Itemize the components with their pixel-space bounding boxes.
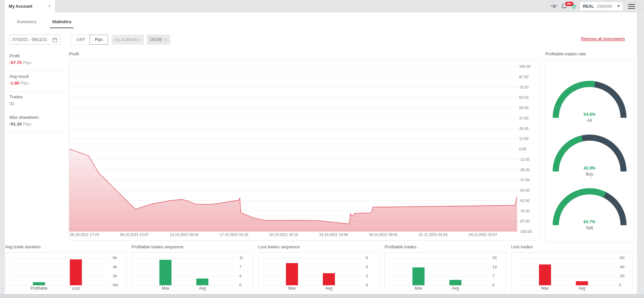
mini-gridline — [515, 276, 616, 277]
calendar-icon — [52, 37, 57, 42]
y-axis-tick: -62.50 — [519, 199, 537, 203]
stat-profit: Profit -57.70 Pips — [9, 53, 65, 65]
mini-y-tick: -20 — [619, 274, 632, 278]
mini-gridline — [262, 285, 363, 286]
mini-y-tick: 6h — [113, 256, 126, 260]
mini-gridline — [135, 258, 237, 258]
x-axis-label: 24.10.2021 14:58 — [315, 233, 352, 237]
mini-gridline — [9, 267, 110, 267]
account-tab-title: My Account — [9, 4, 48, 9]
x-axis-label: 28.10.2021 09:41 — [365, 233, 402, 237]
mini-chart-title: Profitable trades sequence — [132, 244, 253, 252]
date-range-input[interactable]: 07/10/21 - 08/11/21 — [9, 35, 60, 45]
account-type-label: REAL — [583, 4, 594, 9]
mini-category-label: Max — [527, 286, 563, 291]
chevron-down-icon — [617, 5, 620, 7]
remove-all-instruments-link[interactable]: Remove all instruments — [581, 37, 625, 41]
profitable-trades-rate-card: 54.8% All 42.9% Buy 64.7% Sell — [545, 60, 634, 242]
connection-wifi-icon — [569, 2, 578, 11]
stat-avg-result: Avg result -1.86 Pips — [9, 74, 65, 86]
stat-value: -91.30 — [9, 121, 22, 127]
mini-y-tick: 5 — [366, 256, 379, 260]
mini-bar-max — [286, 263, 298, 285]
mini-chart-title: Lost trades — [511, 244, 633, 252]
date-range-value: 07/10/21 - 08/11/21 — [12, 37, 50, 42]
chip-label: UK100 — [150, 37, 162, 42]
stat-unit: Pips — [19, 81, 29, 86]
mini-gridline — [388, 276, 490, 277]
x-axis-label: 13.10.2021 06:50 — [166, 233, 203, 237]
mini-y-tick: -60 — [619, 256, 632, 260]
mini-y-tick: 11 — [239, 256, 253, 260]
sub-tabs: Summary Statistics — [15, 17, 73, 28]
stat-value: -1.86 — [9, 81, 19, 86]
mini-y-tick: 0 — [492, 283, 506, 287]
mini-y-tick: 3 — [366, 265, 379, 269]
y-axis-tick: -50.00 — [519, 188, 537, 192]
currency-toggle-button[interactable]: GBP — [71, 35, 90, 45]
mini-y-tick: 0 — [619, 283, 632, 287]
gauge-value: 42.9% — [545, 166, 634, 170]
x-axis-label: 01.11.2021 03:24 — [415, 233, 452, 237]
mini-y-tick: 0 — [366, 283, 379, 287]
menu-hamburger-icon[interactable] — [628, 4, 635, 10]
y-axis-tick: 62.50 — [519, 95, 537, 99]
y-axis-tick: -12.50 — [519, 157, 537, 161]
y-axis-tick: -87.50 — [519, 219, 537, 223]
y-axis-tick: -75.00 — [519, 209, 537, 213]
mini-chart-title: Lost trades sequence — [258, 244, 380, 252]
stat-value: 31 — [9, 101, 14, 106]
tab-statistics[interactable]: Statistics — [50, 17, 73, 28]
stat-value: -57.70 — [9, 60, 22, 65]
stat-unit: Pips — [22, 121, 32, 127]
mini-gridline — [9, 285, 110, 286]
close-icon[interactable]: ✕ — [48, 4, 51, 8]
search-placeholder: e.g. EURUSD — [114, 38, 138, 42]
mini-y-tick: 4 — [239, 274, 253, 278]
mini-gridline — [135, 267, 237, 267]
x-axis-label: 09.10.2021 12:07 — [116, 233, 153, 237]
account-selector[interactable]: REAL 1988590 — [580, 2, 623, 11]
x-axis-label: 20.10.2021 20:15 — [265, 233, 302, 237]
gauge-label: Buy — [545, 172, 634, 177]
chip-close-icon[interactable]: ✕ — [164, 38, 167, 42]
instrument-search-input[interactable]: e.g. EURUSD — [112, 35, 144, 45]
y-axis-tick: 12.50 — [519, 137, 537, 141]
quotes-dollar-icon[interactable]: $ — [550, 2, 558, 11]
y-axis-tick: -25.00 — [519, 168, 537, 172]
mini-y-tick: 0m — [113, 283, 126, 287]
mini-gridline — [515, 267, 616, 267]
instrument-chip-uk100[interactable]: UK100 ✕ — [147, 35, 170, 45]
divider — [5, 132, 64, 133]
mini-category-label: Lost — [57, 286, 94, 291]
mini-y-tick: 13 — [492, 265, 506, 269]
mini-chart-canvas: -60-40-200MaxAvg — [511, 252, 633, 291]
mini-chart-lost-trades: Lost trades -60-40-200MaxAvg — [511, 244, 633, 291]
mini-bar-avg — [323, 273, 335, 285]
mini-gridline — [135, 285, 237, 286]
x-axis-label: 05.10.2021 17:24 — [66, 233, 103, 237]
mini-category-label: Max — [400, 286, 437, 291]
pips-toggle-button[interactable]: Pips — [90, 35, 108, 45]
tab-summary[interactable]: Summary — [15, 17, 39, 28]
divider — [5, 112, 64, 112]
y-axis-tick: 50.00 — [519, 106, 537, 110]
divider — [5, 71, 64, 71]
mini-gridline — [9, 276, 110, 277]
mini-bar-lost — [70, 259, 82, 285]
mini-chart-title: Profitable trades — [385, 244, 506, 252]
account-tab[interactable]: My Account ✕ — [5, 0, 55, 12]
y-axis-tick: 25.00 — [519, 127, 537, 131]
profit-chart-canvas — [69, 60, 539, 240]
mini-y-tick: 0 — [239, 283, 253, 287]
account-number: 1988590 — [597, 4, 614, 9]
stat-label: Trades — [9, 94, 65, 99]
y-axis-tick: 75.00 — [519, 85, 537, 89]
mini-y-tick: 4h — [113, 265, 126, 269]
x-axis-label: 17.10.2021 01:32 — [215, 233, 252, 237]
mini-bar-profitable — [33, 282, 45, 285]
mini-y-tick: 7 — [492, 274, 506, 278]
mini-bar-max — [539, 264, 551, 285]
mini-chart-avg-trade-duration: Avg trade duration 6h4h2h0mProfitableLos… — [5, 244, 127, 291]
mini-gridline — [388, 285, 490, 286]
